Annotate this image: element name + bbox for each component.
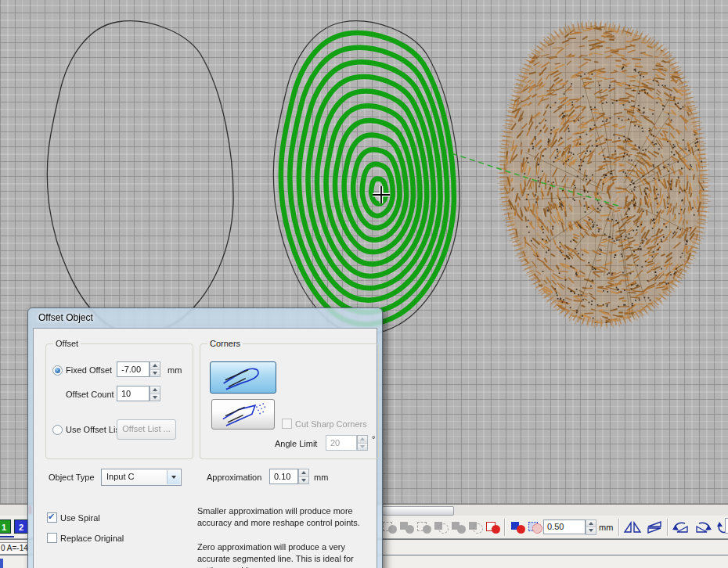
angle-limit-spinner — [357, 435, 368, 451]
chevron-down-icon[interactable] — [167, 470, 180, 484]
clipped-edit-field[interactable] — [725, 518, 728, 534]
use-offset-list-label: Use Offset List — [66, 425, 122, 434]
fixed-offset-unit-label: mm — [168, 365, 182, 375]
spin-up-button[interactable] — [586, 520, 596, 527]
rounded-corners-button[interactable] — [210, 361, 276, 394]
offset-count-spinner[interactable] — [150, 386, 160, 401]
pattern-combine-icon[interactable] — [527, 519, 542, 535]
rounded-corner-icon — [211, 362, 276, 393]
toolbar-separator — [667, 519, 669, 536]
angle-limit-input: 20 — [326, 435, 357, 451]
clipped-corner-fragment — [0, 559, 3, 568]
fixed-offset-input[interactable]: -7.00 — [117, 361, 150, 377]
shape-intersect-icon — [416, 519, 431, 535]
spiral-offset-shape[interactable] — [273, 21, 460, 334]
status-coordinates: 0 A=-14 — [0, 542, 31, 555]
shape-divide-icon — [467, 519, 483, 535]
replace-original-checkbox[interactable] — [47, 533, 57, 543]
offset-object-dialog: Offset Object Offset Fixed Offset -7.00 … — [27, 307, 383, 568]
use-spiral-label: Use Spiral — [60, 513, 100, 523]
combine-objects-icon[interactable] — [510, 519, 525, 535]
spin-down-button[interactable] — [586, 527, 596, 534]
approximation-info-text: Smaller approximation will produce more … — [197, 505, 363, 529]
shape-union-icon — [381, 519, 397, 535]
shape-subtract-icon — [433, 519, 449, 535]
shape-exclude-icon — [450, 519, 466, 535]
offset-group: Offset Fixed Offset -7.00 mm Offset Coun… — [45, 343, 193, 459]
stitched-shape[interactable] — [496, 19, 717, 332]
outline-shape[interactable] — [47, 21, 233, 334]
spin-up-button[interactable] — [150, 362, 160, 369]
flip-horizontal-icon[interactable] — [623, 520, 642, 534]
dialog-title[interactable]: Offset Object — [38, 312, 93, 323]
size-input[interactable]: 0.50 — [543, 519, 586, 534]
offset-list-button: Offset List ... — [117, 419, 176, 440]
corners-group-label: Corners — [207, 339, 243, 348]
offset-count-label: Offset Count — [66, 390, 114, 399]
shape-merge-icon — [398, 519, 414, 535]
zero-approximation-info-text: Zero approximation will produce a very a… — [197, 541, 366, 568]
replace-original-label: Replace Original — [60, 534, 124, 543]
fixed-offset-label: Fixed Offset — [66, 365, 112, 375]
flip-vertical-icon[interactable] — [645, 520, 664, 534]
spin-down-button[interactable] — [150, 394, 160, 401]
approximation-spinner[interactable] — [298, 469, 309, 484]
sharp-corner-icon — [212, 400, 274, 429]
spin-down-button[interactable] — [299, 476, 308, 484]
corners-group: Corners — [200, 343, 379, 459]
size-spinner[interactable] — [586, 519, 596, 535]
offset-group-label: Offset — [53, 339, 81, 348]
fixed-offset-spinner[interactable] — [150, 361, 160, 377]
size-unit-label: mm — [599, 523, 613, 532]
object-type-value: Input C — [106, 472, 134, 481]
cut-sharp-corners-checkbox — [282, 419, 292, 429]
spin-up-button[interactable] — [299, 469, 308, 476]
selected-badge-underline — [0, 536, 14, 537]
app-window: 1 2 0.50 mm — [0, 0, 728, 568]
scrollbar-thumb[interactable] — [382, 506, 454, 516]
thread-color-badge-2[interactable]: 2 — [14, 519, 28, 534]
toolbar-separator — [504, 519, 506, 536]
shape-trim-icon[interactable] — [485, 519, 500, 535]
dialog-client-area: Offset Fixed Offset -7.00 mm Offset Coun… — [33, 328, 377, 568]
object-type-label: Object Type — [49, 473, 95, 482]
sharp-corners-button[interactable] — [211, 399, 275, 430]
offset-count-input[interactable]: 10 — [117, 386, 150, 401]
cut-sharp-corners-label: Cut Sharp Corners — [295, 419, 367, 429]
angle-limit-unit-label: ° — [372, 434, 375, 444]
use-spiral-checkbox[interactable] — [47, 512, 57, 523]
approximation-unit-label: mm — [314, 473, 328, 482]
toolbar-separator — [618, 519, 620, 536]
rotate-left-icon[interactable] — [672, 520, 690, 534]
object-type-dropdown[interactable]: Input C — [101, 469, 182, 486]
approximation-label: Approximation — [207, 473, 261, 482]
use-offset-list-radio[interactable] — [52, 425, 63, 435]
approximation-input[interactable]: 0.10 — [269, 469, 298, 484]
rotate-right-icon[interactable] — [694, 520, 712, 534]
spin-up-button[interactable] — [150, 386, 160, 394]
spin-down-button[interactable] — [150, 369, 160, 377]
thread-color-badge-1[interactable]: 1 — [0, 519, 11, 534]
fixed-offset-radio[interactable] — [52, 365, 63, 376]
angle-limit-label: Angle Limit — [275, 439, 317, 448]
